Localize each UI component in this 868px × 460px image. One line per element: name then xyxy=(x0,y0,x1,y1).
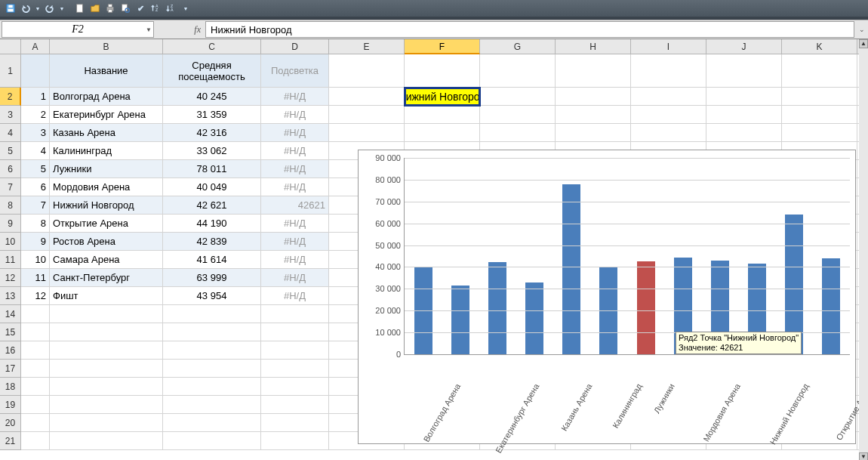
table-header-hl[interactable]: Подсветка xyxy=(261,54,329,88)
row-header-4[interactable]: 4 xyxy=(0,124,21,142)
cell[interactable] xyxy=(21,396,50,414)
vertical-scrollbar[interactable]: ▲ ▼ xyxy=(859,39,868,460)
cell[interactable] xyxy=(261,432,329,450)
cell[interactable] xyxy=(21,432,50,450)
table-row-name[interactable]: Санкт-Петербург xyxy=(50,269,163,287)
row-header-17[interactable]: 17 xyxy=(0,360,21,378)
table-row-hl[interactable]: #Н/Д xyxy=(261,142,329,160)
worksheet[interactable]: ABCDEFGHIJKL 123456789101112131415161718… xyxy=(0,39,868,460)
cell[interactable] xyxy=(21,323,50,341)
col-header-A[interactable]: A xyxy=(21,39,50,54)
row-header-10[interactable]: 10 xyxy=(0,233,21,251)
cell[interactable] xyxy=(706,54,782,88)
print-preview-icon[interactable] xyxy=(119,2,131,14)
row-header-5[interactable]: 5 xyxy=(0,142,21,160)
fx-icon[interactable]: fx xyxy=(194,24,201,36)
cell[interactable] xyxy=(782,54,857,88)
table-row-index[interactable]: 9 xyxy=(21,233,50,251)
spell-icon[interactable]: ✔ xyxy=(134,2,146,14)
table-row-avg[interactable]: 42 839 xyxy=(163,233,261,251)
table-row-avg[interactable]: 31 359 xyxy=(163,106,261,124)
table-row-hl[interactable]: #Н/Д xyxy=(261,269,329,287)
table-row-avg[interactable]: 40 049 xyxy=(163,178,261,196)
cell[interactable] xyxy=(706,106,782,124)
cell[interactable] xyxy=(782,106,857,124)
col-header-J[interactable]: J xyxy=(706,39,782,54)
cell[interactable] xyxy=(480,88,556,106)
redo-dropdown-icon[interactable]: ▼ xyxy=(59,2,65,14)
table-row-hl[interactable]: #Н/Д xyxy=(261,233,329,251)
cell[interactable] xyxy=(329,54,405,88)
row-header-9[interactable]: 9 xyxy=(0,215,21,233)
table-row-name[interactable]: Волгоград Арена xyxy=(50,88,163,106)
col-header-F[interactable]: F xyxy=(405,39,480,54)
chart-bar[interactable] xyxy=(822,258,840,354)
cell[interactable] xyxy=(261,323,329,341)
row-header-6[interactable]: 6 xyxy=(0,160,21,178)
table-row-avg[interactable]: 41 614 xyxy=(163,251,261,269)
table-row-name[interactable]: Нижний Новгород xyxy=(50,196,163,215)
table-row-index[interactable]: 10 xyxy=(21,251,50,269)
table-row-name[interactable]: Казань Арена xyxy=(50,124,163,142)
cell[interactable] xyxy=(50,396,163,414)
cell[interactable] xyxy=(631,54,706,88)
table-row-index[interactable]: 11 xyxy=(21,269,50,287)
cell[interactable] xyxy=(21,414,50,432)
col-header-H[interactable]: H xyxy=(556,39,631,54)
undo-dropdown-icon[interactable]: ▼ xyxy=(35,2,41,14)
table-row-name[interactable]: Самара Арена xyxy=(50,251,163,269)
cell[interactable] xyxy=(261,305,329,323)
col-header-E[interactable]: E xyxy=(329,39,405,54)
undo-icon[interactable] xyxy=(20,2,32,14)
table-row-hl[interactable]: #Н/Д xyxy=(261,124,329,142)
cell[interactable] xyxy=(163,341,261,360)
table-row-avg[interactable]: 44 190 xyxy=(163,215,261,233)
row-header-7[interactable]: 7 xyxy=(0,178,21,196)
row-header-12[interactable]: 12 xyxy=(0,269,21,287)
table-row-hl[interactable]: #Н/Д xyxy=(261,106,329,124)
row-header-2[interactable]: 2 xyxy=(0,88,21,106)
row-header-20[interactable]: 20 xyxy=(0,414,21,432)
cell[interactable] xyxy=(480,106,556,124)
table-row-index[interactable]: 7 xyxy=(21,196,50,215)
chart-bar[interactable] xyxy=(488,262,506,354)
cell[interactable] xyxy=(329,106,405,124)
table-header-avg[interactable]: Средняя посещаемость xyxy=(163,54,261,88)
table-header-blank[interactable] xyxy=(21,54,50,88)
cell[interactable] xyxy=(329,88,405,106)
formula-bar[interactable]: Нижний Новгород xyxy=(205,21,854,38)
cell[interactable] xyxy=(50,305,163,323)
dropdown-cell[interactable]: Нижний Новгород▼ xyxy=(405,88,480,106)
row-header-19[interactable]: 19 xyxy=(0,396,21,414)
row-header-14[interactable]: 14 xyxy=(0,305,21,323)
table-row-name[interactable]: Ростов Арена xyxy=(50,233,163,251)
cell[interactable] xyxy=(50,360,163,378)
new-icon[interactable] xyxy=(74,2,86,14)
cell[interactable] xyxy=(782,88,857,106)
row-header-1[interactable]: 1 xyxy=(0,54,21,88)
cell[interactable] xyxy=(163,305,261,323)
table-row-avg[interactable]: 40 245 xyxy=(163,88,261,106)
redo-icon[interactable] xyxy=(44,2,56,14)
table-row-index[interactable]: 12 xyxy=(21,287,50,305)
row-header-3[interactable]: 3 xyxy=(0,106,21,124)
table-row-hl[interactable]: #Н/Д xyxy=(261,215,329,233)
table-row-hl[interactable]: #Н/Д xyxy=(261,88,329,106)
cell[interactable] xyxy=(50,378,163,396)
chart-bar[interactable] xyxy=(525,282,543,355)
cell[interactable] xyxy=(405,54,480,88)
name-box[interactable]: F2 ▼ xyxy=(2,21,154,38)
cell[interactable] xyxy=(480,124,556,142)
cell[interactable] xyxy=(261,396,329,414)
cell[interactable] xyxy=(50,414,163,432)
customize-dropdown-icon[interactable]: ▼ xyxy=(180,2,192,14)
table-row-hl[interactable]: #Н/Д xyxy=(261,178,329,196)
cell[interactable] xyxy=(631,106,706,124)
cell[interactable] xyxy=(706,124,782,142)
scroll-up-icon[interactable]: ▲ xyxy=(859,39,868,48)
cell[interactable] xyxy=(21,305,50,323)
formula-expand-icon[interactable]: ⌄ xyxy=(856,20,868,39)
table-row-index[interactable]: 8 xyxy=(21,215,50,233)
col-header-B[interactable]: B xyxy=(50,39,163,54)
cell[interactable] xyxy=(163,323,261,341)
